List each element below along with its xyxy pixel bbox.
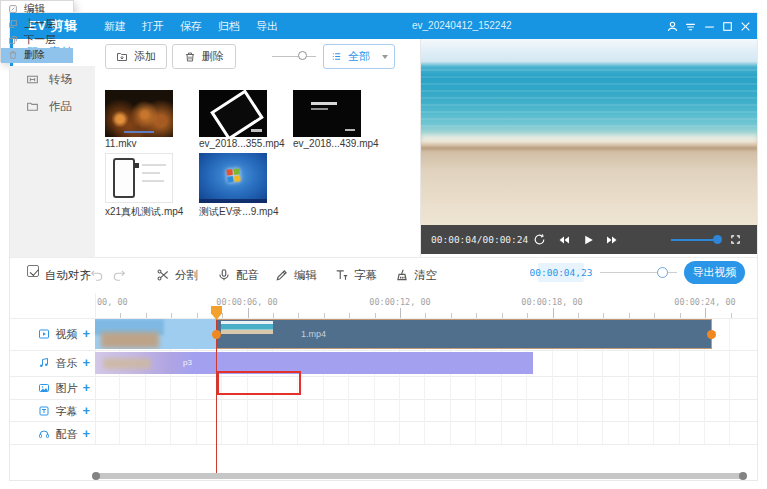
subtitle-label: 字幕 (354, 268, 377, 283)
edit-icon (8, 4, 18, 14)
layer-down-icon (8, 35, 18, 45)
rewind-icon[interactable] (555, 225, 573, 254)
media-thumbnail (293, 90, 361, 137)
folder-add-icon (116, 51, 128, 63)
play-icon[interactable] (579, 225, 597, 254)
media-item-evtest[interactable] (199, 153, 267, 203)
title-bar: EV 剪辑 新建 打开 保存 归档 导出 ev_20240412_152242 (10, 13, 757, 39)
context-menu-edit[interactable]: 编辑 (1, 1, 73, 17)
chevron-down-icon (382, 55, 388, 59)
scissors-icon (156, 268, 170, 282)
media-thumbnail (199, 90, 267, 137)
redo-button[interactable] (112, 258, 126, 292)
auto-align-checkbox[interactable] (27, 265, 39, 277)
close-icon[interactable] (739, 20, 752, 33)
subtitle-track-icon (38, 405, 50, 417)
music-clip[interactable]: p3 (95, 352, 533, 374)
media-item-ev439[interactable] (293, 90, 361, 137)
pen-icon (275, 268, 289, 282)
menu-save[interactable]: 保存 (172, 19, 210, 34)
media-thumbnail (105, 90, 173, 137)
edit-label: 编辑 (294, 268, 317, 283)
ruler-ticks[interactable] (95, 305, 750, 318)
maximize-icon[interactable] (721, 20, 734, 33)
media-item-ev355[interactable] (199, 90, 267, 137)
track-label: 配音 (55, 427, 77, 442)
menu-new[interactable]: 新建 (96, 19, 134, 34)
clear-label: 清空 (414, 268, 437, 283)
track-label: 字幕 (55, 404, 77, 419)
track-header-subtitle: 字幕 + (18, 401, 90, 421)
media-item-x21[interactable] (105, 153, 173, 203)
timeline-zoom-slider-knob[interactable] (657, 267, 668, 278)
media-filename: ev_2018...355.mp4 (199, 138, 285, 149)
track-label: 图片 (55, 381, 77, 396)
timeline-timecode-field[interactable]: 00:00:04,23 (538, 263, 584, 282)
filter-dropdown[interactable]: 全部 (323, 44, 395, 69)
context-menu-layer-up[interactable]: 上一层 (1, 17, 73, 33)
user-icon[interactable] (666, 20, 679, 33)
add-voiceover-button[interactable]: + (82, 428, 90, 440)
ocean-texture (421, 69, 757, 129)
scrollbar-right-dot[interactable] (739, 472, 747, 480)
trash-icon (184, 51, 196, 63)
media-item-11mkv[interactable] (105, 90, 173, 137)
horizontal-scrollbar-thumb[interactable] (95, 473, 745, 479)
transition-icon (26, 73, 39, 86)
video-clip-2-selected[interactable]: 1.mp4 (216, 319, 712, 349)
video-clip-1[interactable] (95, 319, 216, 349)
folder-icon (26, 100, 39, 113)
menu-archive[interactable]: 归档 (210, 19, 248, 34)
thumbnail-size-slider-track[interactable] (272, 56, 316, 57)
add-picture-button[interactable]: + (82, 382, 90, 394)
export-video-button[interactable]: 导出视频 (684, 261, 745, 284)
clip-thumbnail (221, 321, 273, 334)
menu-export[interactable]: 导出 (248, 19, 286, 34)
undo-button[interactable] (90, 258, 104, 292)
ev-editor-window: EV 剪辑 新建 打开 保存 归档 导出 ev_20240412_152242 (0, 0, 767, 489)
context-menu-layer-down[interactable]: 下一层 (1, 32, 73, 48)
context-menu-delete[interactable]: 删除 (1, 48, 73, 64)
headset-track-icon (38, 428, 50, 440)
wave-foam (421, 135, 757, 143)
dub-button[interactable]: 配音 (217, 258, 259, 292)
clip-trim-handle-left[interactable] (212, 330, 221, 339)
trash-icon (8, 50, 18, 60)
volume-slider-track[interactable] (671, 239, 718, 241)
track-header-music: 音乐 + (18, 353, 90, 373)
tab-transition-label: 转场 (49, 72, 72, 87)
tab-works-label: 作品 (49, 99, 72, 114)
track-header-voiceover: 配音 + (18, 424, 90, 444)
minimize-icon[interactable] (703, 20, 716, 33)
add-video-button[interactable]: + (82, 328, 90, 340)
menu-open[interactable]: 打开 (134, 19, 172, 34)
scrollbar-left-dot[interactable] (92, 472, 100, 480)
clip-trim-handle-right[interactable] (707, 330, 716, 339)
theme-icon[interactable] (684, 20, 697, 33)
edit-button[interactable]: 编辑 (275, 258, 317, 292)
wet-sand-line (421, 147, 757, 150)
replay-icon[interactable] (531, 225, 547, 254)
delete-material-label: 删除 (202, 49, 224, 64)
tab-transition[interactable]: 转场 (10, 66, 95, 93)
split-button[interactable]: 分割 (156, 258, 198, 292)
context-menu-label: 下一层 (24, 33, 56, 47)
add-music-button[interactable]: + (82, 357, 90, 369)
add-material-button[interactable]: 添加 (105, 44, 167, 69)
media-filename: 11.mkv (105, 138, 137, 149)
add-subtitle-button[interactable]: + (82, 405, 90, 417)
picture-track-icon (38, 382, 50, 394)
text-icon (335, 268, 349, 282)
fast-forward-icon[interactable] (603, 225, 621, 254)
track-separator (10, 444, 757, 445)
tab-works[interactable]: 作品 (10, 93, 95, 120)
clear-button[interactable]: 清空 (395, 258, 437, 292)
playhead-line (216, 318, 217, 473)
check-icon (30, 266, 39, 275)
thumbnail-size-slider-knob[interactable] (298, 51, 307, 60)
volume-slider-knob[interactable] (713, 235, 722, 244)
delete-material-button[interactable]: 删除 (172, 44, 236, 69)
context-menu-label: 删除 (24, 48, 45, 62)
subtitle-button[interactable]: 字幕 (335, 258, 377, 292)
fullscreen-icon[interactable] (727, 225, 743, 254)
